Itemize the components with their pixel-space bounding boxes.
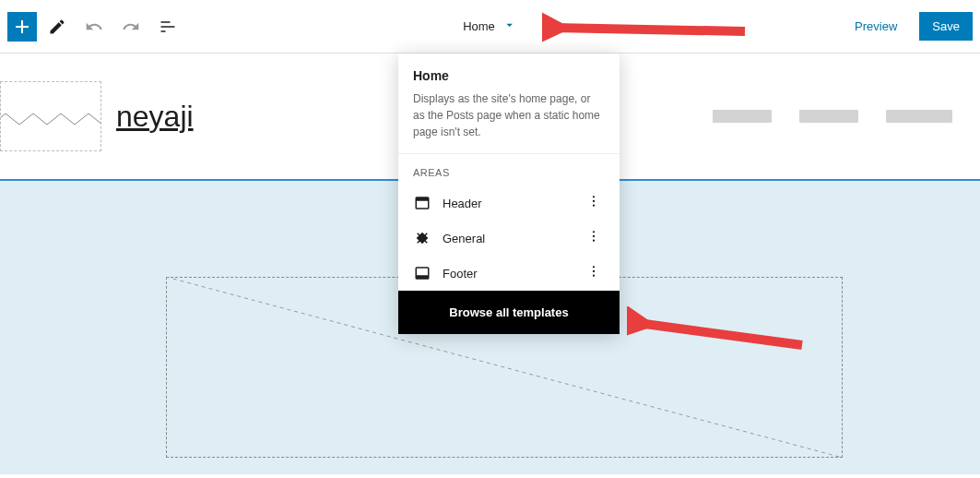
area-label: Header [443,197,583,210]
annotation-arrow [542,9,754,46]
general-layout-icon [413,229,431,247]
area-item-footer[interactable]: Footer [398,256,620,291]
popover-description: Displays as the site's home page, or as … [413,90,605,140]
popover-title: Home [413,68,605,83]
svg-rect-2 [416,197,429,201]
annotation-arrow [627,306,811,353]
more-icon[interactable] [583,194,605,212]
area-item-general[interactable]: General [398,221,620,256]
nav-item-placeholder [799,110,858,123]
svg-line-17 [553,28,745,31]
undo-button[interactable] [77,10,111,43]
areas-section-label: Areas [398,154,620,185]
svg-point-5 [593,205,595,207]
edit-mode-button[interactable] [41,10,74,43]
toolbar-right-group: Preview Save [844,12,973,41]
svg-point-16 [593,275,595,277]
site-title[interactable]: neyaji [116,100,194,134]
chevron-down-icon [502,18,517,35]
svg-point-15 [593,270,595,272]
nav-item-placeholder [713,110,772,123]
browse-all-templates-button[interactable]: Browse all templates [398,291,620,334]
list-view-button[interactable] [151,10,184,43]
header-layout-icon [413,194,431,212]
template-name: Home [463,19,495,33]
add-block-button[interactable] [7,12,37,42]
nav-item-placeholder [886,110,952,123]
svg-point-4 [593,200,595,202]
svg-rect-13 [416,275,429,279]
svg-line-18 [638,323,802,345]
svg-point-3 [593,196,595,197]
area-label: Footer [443,267,583,281]
svg-point-11 [593,240,595,242]
top-toolbar: Home Preview Save [0,0,980,54]
template-popover: Home Displays as the site's home page, o… [398,54,620,334]
popover-header: Home Displays as the site's home page, o… [398,54,620,153]
area-item-header[interactable]: Header [398,185,620,221]
preview-button[interactable]: Preview [844,12,908,41]
footer-layout-icon [413,264,431,282]
svg-point-10 [593,235,595,237]
site-logo-placeholder[interactable] [0,81,101,151]
more-icon[interactable] [583,264,605,282]
save-button[interactable]: Save [919,12,973,41]
navigation-placeholder[interactable] [713,110,952,123]
area-label: General [443,232,583,245]
svg-point-9 [593,231,595,233]
svg-point-14 [593,266,595,268]
more-icon[interactable] [583,229,605,247]
toolbar-left-group [7,10,184,43]
template-selector[interactable]: Home [463,18,517,35]
redo-button[interactable] [114,10,148,43]
